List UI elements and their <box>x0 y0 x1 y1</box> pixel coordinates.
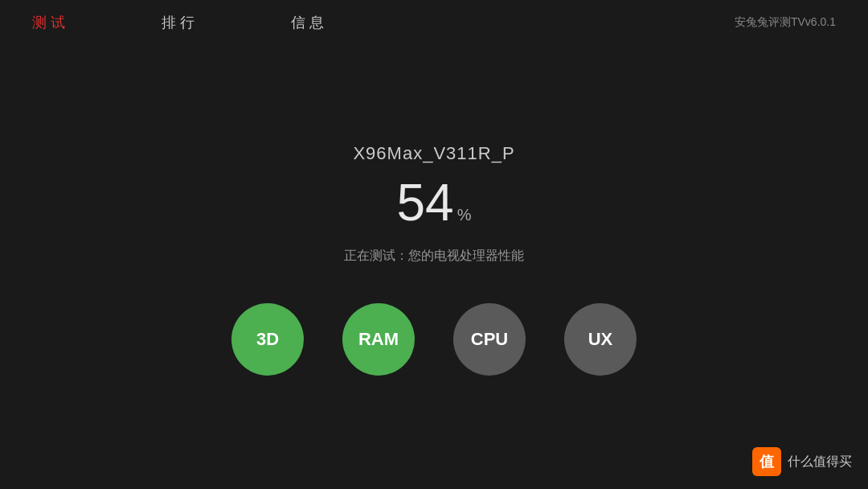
nav-item-rank[interactable]: 排 行 <box>162 13 194 32</box>
watermark-logo: 值 <box>752 447 781 476</box>
progress-number: 54 <box>397 177 454 228</box>
test-indicators: 3D RAM CPU UX <box>231 303 637 376</box>
indicator-3d[interactable]: 3D <box>231 303 304 376</box>
app-version: 安兔兔评测TVv6.0.1 <box>735 15 836 30</box>
nav-bar: 测 试 排 行 信 息 安兔兔评测TVv6.0.1 <box>0 0 868 45</box>
indicator-ram[interactable]: RAM <box>342 303 415 376</box>
watermark-text: 什么值得买 <box>788 454 852 471</box>
progress-display: 54 % <box>397 177 472 228</box>
indicator-cpu[interactable]: CPU <box>453 303 526 376</box>
main-content: X96Max_V311R_P 54 % 正在测试：您的电视处理器性能 3D RA… <box>0 61 868 457</box>
indicator-ux[interactable]: UX <box>564 303 637 376</box>
nav-item-test[interactable]: 测 试 <box>32 13 65 32</box>
device-name: X96Max_V311R_P <box>353 143 514 164</box>
status-text: 正在测试：您的电视处理器性能 <box>344 248 524 265</box>
nav-item-info[interactable]: 信 息 <box>291 13 324 32</box>
watermark: 值 什么值得买 <box>752 447 852 476</box>
progress-percent: % <box>457 206 472 224</box>
